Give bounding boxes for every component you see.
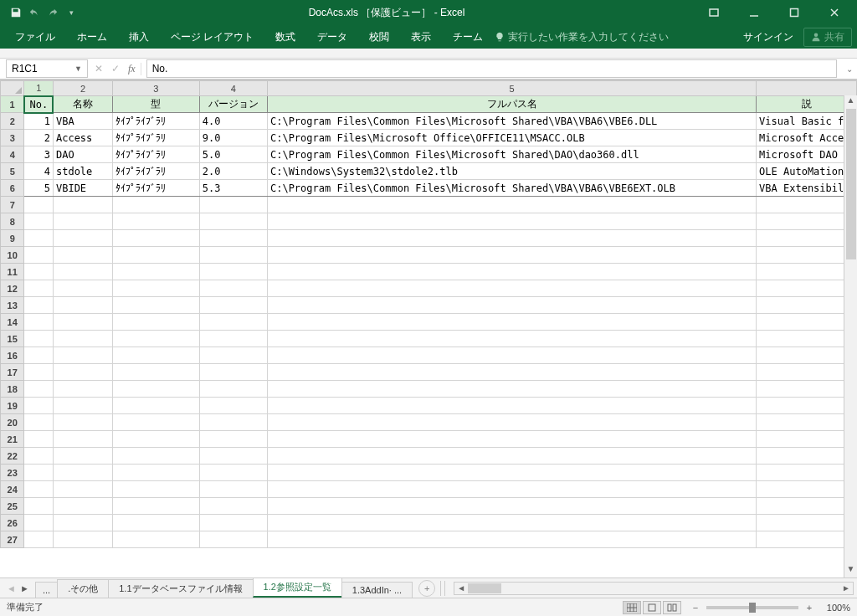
cell[interactable]	[113, 431, 200, 448]
header-cell[interactable]: 型	[113, 96, 200, 113]
redo-icon[interactable]	[45, 5, 60, 20]
cell[interactable]	[267, 230, 756, 247]
cell[interactable]	[113, 414, 200, 431]
cell[interactable]	[24, 297, 54, 314]
col-header[interactable]: 3	[113, 81, 200, 96]
cell[interactable]	[113, 531, 200, 548]
cell[interactable]	[757, 465, 857, 481]
row-header[interactable]: 17	[1, 364, 24, 381]
tab-first-icon[interactable]: ◄	[7, 583, 15, 593]
cell[interactable]	[113, 280, 200, 297]
cell[interactable]	[113, 498, 200, 515]
hscroll-thumb[interactable]	[468, 583, 501, 593]
cell[interactable]	[267, 314, 756, 331]
col-header[interactable]: 5	[267, 81, 756, 96]
scroll-thumb[interactable]	[846, 109, 856, 259]
cell[interactable]	[199, 264, 267, 280]
row-header[interactable]: 19	[1, 398, 24, 414]
cell[interactable]	[24, 498, 54, 515]
cell[interactable]	[757, 230, 857, 247]
tab-next-icon[interactable]: ►	[20, 583, 28, 593]
cell[interactable]	[267, 448, 756, 465]
cell[interactable]	[24, 515, 54, 531]
cell[interactable]	[267, 331, 756, 347]
cell[interactable]	[24, 280, 54, 297]
cell[interactable]	[199, 213, 267, 230]
cell[interactable]: Visual Basic f	[757, 113, 857, 130]
cell[interactable]	[199, 398, 267, 414]
cell[interactable]: C:\Program Files\Common Files\Microsoft …	[267, 146, 756, 163]
cell[interactable]	[24, 481, 54, 498]
qat-customize-icon[interactable]: ▾	[64, 5, 79, 20]
cell[interactable]	[757, 247, 857, 264]
cell[interactable]	[757, 398, 857, 414]
cell[interactable]	[757, 381, 857, 398]
row-header[interactable]: 16	[1, 347, 24, 364]
cell[interactable]	[53, 297, 112, 314]
scroll-right-icon[interactable]: ►	[839, 583, 853, 593]
cell[interactable]	[113, 297, 200, 314]
cell[interactable]: 1	[24, 113, 54, 130]
cell[interactable]: C:\Program Files\Common Files\Microsoft …	[267, 113, 756, 130]
cell[interactable]	[24, 247, 54, 264]
cell[interactable]	[199, 431, 267, 448]
cell[interactable]: Microsoft DAO	[757, 146, 857, 163]
row-header[interactable]: 22	[1, 448, 24, 465]
tab-insert[interactable]: 挿入	[119, 27, 159, 48]
cell[interactable]	[199, 230, 267, 247]
cell[interactable]	[113, 448, 200, 465]
cell[interactable]	[267, 498, 756, 515]
row-header[interactable]: 3	[1, 130, 24, 146]
row-header[interactable]: 8	[1, 213, 24, 230]
cell[interactable]	[267, 414, 756, 431]
cell[interactable]	[113, 364, 200, 381]
select-all[interactable]	[1, 81, 24, 96]
cell[interactable]: 4	[24, 163, 54, 180]
cell[interactable]: ﾀｲﾌﾟﾗｲﾌﾞﾗﾘ	[113, 146, 200, 163]
formula-input[interactable]: No.	[146, 59, 837, 78]
cell[interactable]	[53, 465, 112, 481]
row-header[interactable]: 23	[1, 465, 24, 481]
cell[interactable]	[267, 264, 756, 280]
cell[interactable]	[53, 481, 112, 498]
cell[interactable]	[53, 531, 112, 548]
scroll-left-icon[interactable]: ◄	[454, 583, 468, 593]
minimize-icon[interactable]	[735, 0, 773, 25]
cell[interactable]	[199, 498, 267, 515]
row-header[interactable]: 13	[1, 297, 24, 314]
cell[interactable]	[113, 398, 200, 414]
tab-review[interactable]: 校閲	[359, 27, 399, 48]
cell[interactable]	[199, 280, 267, 297]
enter-icon[interactable]: ✓	[111, 63, 120, 74]
cell[interactable]: VBA Extensibil	[757, 180, 857, 197]
horizontal-scrollbar[interactable]: ◄ ►	[454, 582, 854, 595]
tell-me[interactable]: 実行したい作業を入力してください	[495, 30, 669, 44]
cell[interactable]	[267, 247, 756, 264]
cell[interactable]: VBIDE	[53, 180, 112, 197]
cell[interactable]	[53, 398, 112, 414]
cell[interactable]	[24, 197, 54, 213]
cell[interactable]	[757, 364, 857, 381]
cell[interactable]	[267, 347, 756, 364]
cell[interactable]	[113, 381, 200, 398]
cell[interactable]: 2	[24, 130, 54, 146]
undo-icon[interactable]	[27, 5, 42, 20]
scroll-up-icon[interactable]: ▲	[847, 95, 855, 109]
row-header[interactable]: 25	[1, 498, 24, 515]
row-header[interactable]: 18	[1, 381, 24, 398]
sheet-tab[interactable]: .その他	[57, 579, 109, 598]
row-header[interactable]: 11	[1, 264, 24, 280]
cell[interactable]	[267, 531, 756, 548]
sheet-tab[interactable]: 1.3AddIn· ...	[341, 582, 413, 598]
tab-team[interactable]: チーム	[443, 27, 493, 48]
zoom-in-button[interactable]: +	[803, 603, 815, 613]
cell[interactable]	[53, 264, 112, 280]
cell[interactable]	[199, 481, 267, 498]
tab-formulas[interactable]: 数式	[265, 27, 305, 48]
col-header[interactable]: 4	[199, 81, 267, 96]
cell[interactable]	[267, 197, 756, 213]
cell[interactable]	[199, 531, 267, 548]
row-header[interactable]: 1	[1, 96, 24, 113]
cell[interactable]	[199, 515, 267, 531]
cell[interactable]: C:\Program Files\Common Files\Microsoft …	[267, 180, 756, 197]
